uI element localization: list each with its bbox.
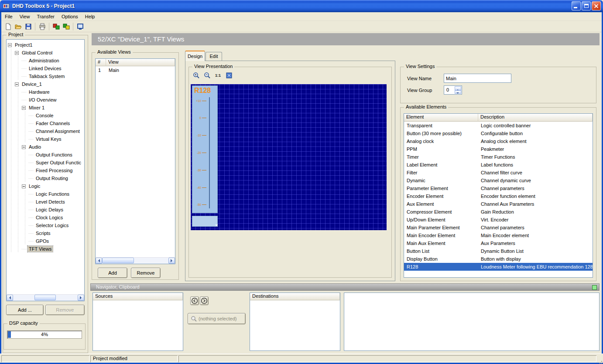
tree-item-channel-assignment[interactable]: Channel Assignment (7, 127, 84, 135)
scroll-left-button[interactable] (7, 295, 13, 301)
sources-header[interactable]: Sources (93, 293, 183, 300)
resize-grip[interactable] (600, 359, 600, 360)
tree-item-global-control[interactable]: Global Control (7, 49, 84, 57)
element-row-dynamic[interactable]: DynamicChannel dynamic curve (404, 177, 593, 184)
views-add-button[interactable]: Add (98, 268, 127, 278)
element-row-aux-element[interactable]: Aux ElementChannel Aux Parameters (404, 200, 593, 208)
tree-item-logic-functions[interactable]: Logic Functions (7, 190, 84, 198)
tree-collapse-toggle[interactable] (15, 51, 19, 55)
print-icon[interactable] (37, 22, 47, 31)
element-row-label-element[interactable]: Label ElementLabel functions (404, 161, 593, 169)
new-project-icon[interactable] (3, 22, 13, 31)
element-row-button-list[interactable]: Button ListDynamic Button List (404, 247, 593, 255)
tree-item-talkback-system[interactable]: Talkback System (7, 72, 84, 80)
element-row-up-down-element[interactable]: Up/Down ElementVirt. Encoder (404, 216, 593, 224)
element-row-ppm[interactable]: PPMPeakmeter (404, 145, 593, 153)
zoom-one-to-one-button[interactable]: 1:1 (213, 71, 223, 80)
move-right-button[interactable] (200, 296, 209, 305)
device-monitor-icon[interactable] (75, 22, 85, 31)
scroll-track[interactable] (13, 295, 78, 301)
elements-table-header[interactable]: Element Description (404, 114, 593, 122)
views-column-number[interactable]: # (96, 59, 106, 66)
element-row-compressor-element[interactable]: Compressor ElementGain Reduction (404, 208, 593, 216)
sources-body[interactable] (93, 300, 183, 350)
view-canvas[interactable]: R128 +100-10-20-30-40-50 ✕ (191, 84, 387, 230)
tree-item-gpos[interactable]: GPOs (7, 237, 84, 245)
tree-item-hardware[interactable]: Hardware (7, 88, 84, 96)
tree-collapse-toggle[interactable] (8, 43, 12, 47)
tree-item-output-routing[interactable]: Output Routing (7, 174, 84, 182)
element-row-filter[interactable]: FilterChannel filter curve (404, 169, 593, 177)
views-horizontal-scrollbar[interactable] (96, 257, 175, 264)
tree-item-tft-views[interactable]: TFT Views (7, 245, 84, 253)
close-button[interactable] (592, 1, 601, 10)
tree-item-administration[interactable]: Administration (7, 57, 84, 65)
tree-collapse-toggle[interactable] (22, 184, 26, 188)
element-row-main-aux-element[interactable]: Main Aux ElementAux Parameters (404, 239, 593, 247)
tree-collapse-toggle[interactable] (15, 82, 19, 86)
scroll-thumb[interactable] (34, 295, 56, 300)
tree-item-level-detects[interactable]: Level Detects (7, 198, 84, 206)
tree-item-console[interactable]: Console (7, 112, 84, 119)
minimize-button[interactable] (572, 1, 581, 10)
scroll-right-button[interactable] (78, 295, 84, 301)
tree-item-scripts[interactable]: Scripts (7, 229, 84, 237)
element-row-transparent[interactable]: TransparentLogic controlled banner (404, 122, 593, 129)
project-add-button[interactable]: Add ... (6, 305, 44, 315)
save-project-icon[interactable] (23, 22, 33, 31)
element-row-button-30-more-possible[interactable]: Button (30 more possible)Configurable bu… (404, 129, 593, 137)
move-left-button[interactable] (190, 296, 199, 305)
tree-item-mixer-1[interactable]: Mixer 1 (7, 104, 84, 112)
transfer-from-device-icon[interactable] (61, 22, 71, 31)
element-row-timer[interactable]: TimerTimer Functions (404, 153, 593, 161)
views-remove-button[interactable]: Remove (131, 268, 161, 278)
panel-toggle-button[interactable] (592, 285, 597, 290)
r128-meter-element[interactable]: R128 +100-10-20-30-40-50 ✕ (192, 85, 218, 227)
tree-item-logic-delays[interactable]: Logic Delays (7, 206, 84, 214)
tree-item-super-output-functic[interactable]: Super Output Functic (7, 159, 84, 167)
selection-handle-icon[interactable]: ✕ (215, 224, 218, 228)
element-row-encoder-element[interactable]: Encoder ElementEncoder function element (404, 192, 593, 200)
tree-item-fixed-processing[interactable]: Fixed Processing (7, 167, 84, 174)
spin-up-button[interactable] (455, 86, 461, 90)
scroll-right-button[interactable] (168, 258, 175, 264)
element-row-r128[interactable]: R128Loudness Meter following EBU recomme… (404, 263, 593, 271)
menu-file[interactable]: File (1, 13, 16, 20)
destinations-list[interactable]: Destinations (250, 293, 340, 351)
zoom-in-icon[interactable] (191, 71, 201, 80)
open-project-icon[interactable] (13, 22, 23, 31)
zoom-out-icon[interactable] (202, 71, 212, 80)
tree-item-project1[interactable]: Project1 (7, 41, 84, 49)
tree-item-clock-logics[interactable]: Clock Logics (7, 214, 84, 221)
destinations-body[interactable] (250, 300, 340, 350)
tab-design[interactable]: Design (185, 51, 205, 61)
scroll-track[interactable] (102, 258, 168, 264)
navigator-panel-header[interactable]: Navigator, Clipboard (90, 283, 600, 291)
spin-down-button[interactable] (455, 90, 461, 94)
scroll-thumb[interactable] (102, 258, 134, 263)
scroll-left-button[interactable] (96, 258, 102, 264)
tree-item-output-functions[interactable]: Output Functions (7, 151, 84, 159)
view-name-input[interactable] (444, 74, 511, 83)
element-row-main-encoder-element[interactable]: Main Encoder ElementMain Encoder element (404, 231, 593, 239)
destinations-header[interactable]: Destinations (250, 293, 340, 300)
view-group-spinner[interactable]: 0 (444, 85, 462, 95)
tree-item-device-1[interactable]: Device_1 (7, 80, 84, 88)
tree-collapse-toggle[interactable] (22, 106, 26, 110)
elements-column-element[interactable]: Element (404, 114, 478, 122)
tree-collapse-toggle[interactable] (22, 145, 26, 149)
tree-item-audio[interactable]: Audio (7, 143, 84, 151)
tree-horizontal-scrollbar[interactable] (7, 294, 84, 301)
tree-item-i-o-overview[interactable]: I/O Overview (7, 96, 84, 104)
tree-item-fader-channels[interactable]: Fader Channels (7, 119, 84, 127)
sources-list[interactable]: Sources (93, 293, 183, 351)
menu-help[interactable]: Help (82, 13, 99, 20)
menu-transfer[interactable]: Transfer (33, 13, 58, 20)
view-row-main[interactable]: 1Main (96, 66, 175, 74)
title-bar[interactable]: DHD Toolbox 5 - Project1 (0, 0, 603, 12)
transfer-to-device-icon[interactable] (51, 22, 61, 31)
element-row-analog-clock[interactable]: Analog clockAnalog clock element (404, 137, 593, 145)
element-row-parameter-element[interactable]: Parameter ElementChannel parameters (404, 184, 593, 192)
zoom-fit-icon[interactable] (224, 71, 234, 80)
maximize-button[interactable] (582, 1, 591, 10)
